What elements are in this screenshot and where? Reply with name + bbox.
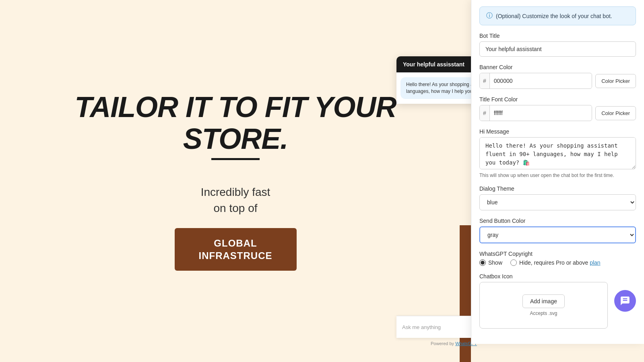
hi-message-helper: This will show up when user open the cha… <box>479 173 636 178</box>
left-section: TAILOR IT TO FIT YOUR STORE. Incredibly … <box>0 0 471 362</box>
chat-icon-preview <box>614 290 636 312</box>
banner-color-input[interactable] <box>490 74 592 88</box>
hide-radio-label[interactable]: Hide, requires Pro or above plan <box>510 259 601 266</box>
title-font-color-picker-btn[interactable]: Color Picker <box>595 106 636 120</box>
banner-hash: # <box>480 73 490 88</box>
dialog-theme-select[interactable]: blue green dark light <box>479 194 636 210</box>
title-font-color-input-wrapper: # <box>479 105 592 121</box>
dialog-theme-label: Dialog Theme <box>479 185 636 192</box>
copyright-radio-group: Show Hide, requires Pro or above plan <box>479 259 636 266</box>
sub-text: Incredibly fast on top of <box>201 184 270 216</box>
info-icon: ⓘ <box>486 12 493 20</box>
plan-link[interactable]: plan <box>590 259 600 266</box>
bot-title-section: Bot Title <box>479 33 636 57</box>
title-font-color-row: # Color Picker <box>479 105 636 121</box>
dialog-theme-section: Dialog Theme blue green dark light <box>479 185 636 210</box>
title-font-color-input[interactable] <box>490 106 592 120</box>
title-font-color-label: Title Font Color <box>479 96 636 103</box>
send-button-color-select[interactable]: gray blue black white <box>479 226 636 243</box>
whats-gpt-copyright-section: WhatsGPT Copyright Show Hide, requires P… <box>479 251 636 266</box>
hi-message-section: Hi Message Hello there! As your shopping… <box>479 128 636 178</box>
heading-underline <box>211 158 260 160</box>
add-image-btn[interactable]: Add image <box>522 294 565 308</box>
chatbox-icon-row: Add image Accepts .svg <box>479 282 636 329</box>
info-text: (Optional) Customize the look of your ch… <box>496 13 612 19</box>
banner-color-row: # Color Picker <box>479 73 636 89</box>
show-radio-label[interactable]: Show <box>479 259 502 266</box>
powered-by: Powered by WhatsGPT <box>431 341 477 346</box>
whats-gpt-copyright-label: WhatsGPT Copyright <box>479 251 636 257</box>
title-font-hash: # <box>480 105 490 121</box>
chat-icon-svg <box>620 296 630 306</box>
title-font-color-section: Title Font Color # Color Picker <box>479 96 636 121</box>
accepts-hint: Accepts .svg <box>488 311 599 316</box>
bot-title-input[interactable] <box>479 41 636 57</box>
bot-title-label: Bot Title <box>479 33 636 39</box>
banner-color-input-wrapper: # <box>479 73 592 89</box>
banner-color-section: Banner Color # Color Picker <box>479 64 636 89</box>
chatbox-icon-section: Chatbox Icon Add image Accepts .svg <box>479 273 636 329</box>
send-button-color-label: Send Button Color <box>479 218 636 224</box>
info-banner: ⓘ (Optional) Customize the look of your … <box>479 6 636 25</box>
right-panel-wrapper: Your helpful assisstant Hello there! As … <box>471 0 644 362</box>
banner-color-picker-btn[interactable]: Color Picker <box>595 74 636 88</box>
cta-button[interactable]: GLOBAL INFRASTRUCE <box>175 228 297 271</box>
hide-radio[interactable] <box>510 259 517 266</box>
main-heading: TAILOR IT TO FIT YOUR STORE. <box>75 91 396 155</box>
chatbox-icon-label: Chatbox Icon <box>479 273 636 280</box>
upload-box[interactable]: Add image Accepts .svg <box>479 282 608 329</box>
banner-color-label: Banner Color <box>479 64 636 70</box>
show-radio[interactable] <box>479 259 486 266</box>
send-button-color-section: Send Button Color gray blue black white <box>479 218 636 243</box>
hi-message-label: Hi Message <box>479 128 636 135</box>
hi-message-input[interactable]: Hello there! As your shopping assistant … <box>479 137 636 169</box>
right-panel: ⓘ (Optional) Customize the look of your … <box>471 0 644 344</box>
